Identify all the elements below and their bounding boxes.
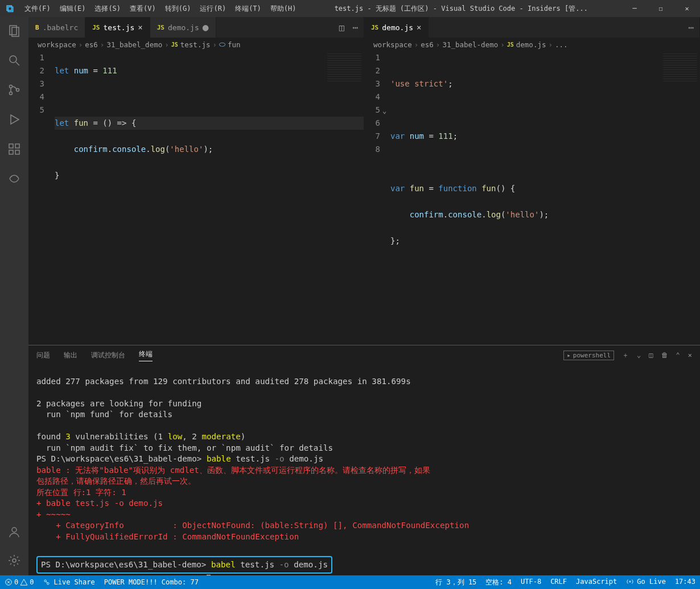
tab-test-js[interactable]: JStest.js× [85,17,150,38]
svg-rect-9 [9,150,13,154]
terminal-error: + bable test.js -o demo.js [36,499,163,508]
menu-view[interactable]: 查看(V) [125,4,160,14]
status-language[interactable]: JavaScript [571,578,621,586]
status-eol[interactable]: CRLF [546,578,571,586]
terminal-error: bable : 无法将"bable"项识别为 cmdlet、函数、脚本文件或可运… [36,466,430,475]
minimap[interactable] [327,53,361,82]
more-actions-icon[interactable]: ⋯ [352,22,358,33]
crumb[interactable]: es6 [421,40,434,49]
crumb[interactable]: workspace [38,40,76,49]
status-bar: 0 0 Live Share POWER MODE!!! Combo: 77 行… [0,575,700,589]
fold-chevron-icon[interactable]: ⌄ [382,105,386,118]
terminal-line: added 277 packages from 129 contributors… [36,377,411,386]
svg-marker-7 [11,115,19,124]
breadcrumb-right[interactable]: workspace› es6› 31_babel-demo› JS demo.j… [364,38,699,51]
split-terminal-icon[interactable]: ◫ [649,351,653,359]
svg-point-12 [12,528,17,532]
menu-file[interactable]: 文件(F) [20,4,55,14]
status-power-mode[interactable]: POWER MODE!!! Combo: 77 [100,578,203,586]
code-editor-left[interactable]: 1 2 3 4 5 let num = 111 let fun = () => … [28,51,364,345]
status-spaces[interactable]: 空格: 4 [481,578,516,587]
tab-babelrc[interactable]: B.babelrc [28,17,85,38]
terminal-line: run `npm fund` for details [36,410,172,419]
tab-bar-left: B.babelrc JStest.js× JSdemo.js● ◫ ⋯ [28,17,364,38]
live-share-icon [43,578,51,586]
status-problems[interactable]: 0 0 [0,578,38,586]
chevron-down-icon[interactable]: ⌄ [637,351,641,359]
highlighted-command: PS D:\workspace\es6\31_babel-demo> babel… [36,556,332,574]
crumb[interactable]: demo.js [516,40,546,49]
tab-label: .babelrc [43,23,79,32]
split-editor-icon[interactable]: ◫ [339,22,345,33]
new-terminal-icon[interactable]: ＋ [622,351,629,360]
error-icon [5,578,13,586]
minimap[interactable] [663,53,697,82]
status-live-share[interactable]: Live Share [38,578,99,586]
live-share-icon[interactable] [6,171,22,187]
trash-icon[interactable]: 🗑 [661,351,668,359]
menu-help[interactable]: 帮助(H) [266,4,301,14]
window-controls: ─ ☐ ✕ [621,0,700,17]
search-icon[interactable] [6,52,22,68]
menu-terminal[interactable]: 终端(T) [230,4,266,14]
minimize-button[interactable]: ─ [621,0,648,17]
svg-point-20 [629,580,631,582]
more-actions-icon[interactable]: ⋯ [688,22,694,33]
accounts-icon[interactable] [6,524,22,540]
panel-tab-terminal[interactable]: 终端 [139,349,153,361]
tab-demo-js-right[interactable]: JSdemo.js× [364,17,429,38]
menu-selection[interactable]: 选择(S) [90,4,125,14]
panel-tab-debug[interactable]: 调试控制台 [91,351,125,360]
editor-group-left: B.babelrc JStest.js× JSdemo.js● ◫ ⋯ work… [28,17,364,345]
panel-tab-output[interactable]: 输出 [64,351,77,360]
svg-line-3 [16,62,19,65]
settings-gear-icon[interactable] [6,553,22,569]
terminal-line: found 3 vulnerabilities (1 low, 2 modera… [36,432,245,441]
terminal-line: 2 packages are looking for funding [36,399,201,408]
explorer-icon[interactable] [6,23,22,39]
tab-label: test.js [104,23,135,32]
close-icon[interactable]: × [417,23,421,32]
menu-go[interactable]: 转到(G) [160,4,196,14]
panel-maximize-icon[interactable]: ⌃ [676,351,680,359]
svg-rect-11 [15,144,19,148]
menu-run[interactable]: 运行(R) [195,4,230,14]
status-cursor-pos[interactable]: 行 3，列 15 [431,578,481,587]
tab-demo-js[interactable]: JSdemo.js● [150,17,216,38]
menu-edit[interactable]: 编辑(E) [55,4,90,14]
maximize-button[interactable]: ☐ [648,0,674,17]
js-file-icon: JS [171,42,178,48]
crumb[interactable]: workspace [373,40,412,49]
run-debug-icon[interactable] [6,112,22,127]
activity-bar [0,17,28,575]
code-editor-right[interactable]: 1 2 3 4 5 6 7 8 ⌄ 'use strict'; var num … [364,51,699,345]
close-icon[interactable]: × [138,23,142,32]
crumb[interactable]: 31_babel-demo [442,40,498,49]
tab-label: demo.js [382,23,413,32]
crumb[interactable]: ... [555,40,568,49]
terminal-shell-select[interactable]: ▸ powershell [563,351,614,360]
panel-close-icon[interactable]: ✕ [688,351,692,359]
babel-file-icon: B [35,24,39,31]
svg-rect-10 [15,150,19,154]
terminal-output[interactable]: added 277 packages from 129 contributors… [28,365,700,575]
bottom-panel: 问题 输出 调试控制台 终端 ▸ powershell ＋ ⌄ ◫ 🗑 ⌃ ✕ … [28,345,700,575]
panel-tabs: 问题 输出 调试控制台 终端 ▸ powershell ＋ ⌄ ◫ 🗑 ⌃ ✕ [28,345,700,365]
window-title: test.js - 无标题 (工作区) - Visual Studio Code… [301,4,622,14]
panel-tab-problems[interactable]: 问题 [36,351,50,360]
status-go-live[interactable]: Go Live [621,578,670,586]
vscode-logo-icon: ⧉ [0,2,20,15]
source-control-icon[interactable] [6,82,22,98]
symbol-icon: ⬭ [219,40,225,49]
extensions-icon[interactable] [6,141,22,157]
close-button[interactable]: ✕ [674,0,700,17]
crumb[interactable]: es6 [85,40,98,49]
crumb[interactable]: test.js [180,40,211,49]
svg-point-5 [10,92,13,95]
breadcrumb-left[interactable]: workspace› es6› 31_babel_demo› JS test.j… [28,38,364,51]
warning-icon [20,578,28,586]
crumb[interactable]: 31_babel_demo [106,40,162,49]
terminal-error: 包括路径，请确保路径正确，然后再试一次。 [36,476,196,485]
crumb[interactable]: fun [228,40,241,49]
status-encoding[interactable]: UTF-8 [516,578,546,586]
